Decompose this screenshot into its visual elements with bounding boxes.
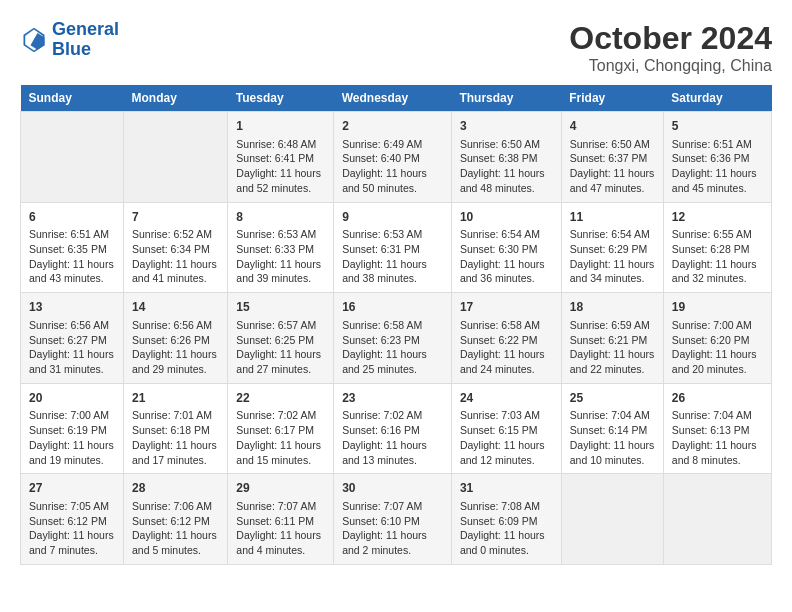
sunset-text: Sunset: 6:22 PM xyxy=(460,333,553,348)
day-cell: 4Sunrise: 6:50 AMSunset: 6:37 PMDaylight… xyxy=(561,112,663,203)
day-cell xyxy=(21,112,124,203)
header-thursday: Thursday xyxy=(451,85,561,112)
daylight-text: Daylight: 11 hours and 27 minutes. xyxy=(236,347,325,376)
day-number: 6 xyxy=(29,209,115,226)
logo-icon xyxy=(20,26,48,54)
sunrise-text: Sunrise: 7:06 AM xyxy=(132,499,219,514)
sunrise-text: Sunrise: 6:57 AM xyxy=(236,318,325,333)
daylight-text: Daylight: 11 hours and 34 minutes. xyxy=(570,257,655,286)
daylight-text: Daylight: 11 hours and 32 minutes. xyxy=(672,257,763,286)
day-number: 16 xyxy=(342,299,443,316)
day-cell: 15Sunrise: 6:57 AMSunset: 6:25 PMDayligh… xyxy=(228,293,334,384)
day-number: 18 xyxy=(570,299,655,316)
day-number: 9 xyxy=(342,209,443,226)
day-cell: 16Sunrise: 6:58 AMSunset: 6:23 PMDayligh… xyxy=(334,293,452,384)
header-monday: Monday xyxy=(124,85,228,112)
day-number: 26 xyxy=(672,390,763,407)
sunset-text: Sunset: 6:09 PM xyxy=(460,514,553,529)
day-number: 22 xyxy=(236,390,325,407)
day-cell xyxy=(561,474,663,565)
day-number: 19 xyxy=(672,299,763,316)
daylight-text: Daylight: 11 hours and 52 minutes. xyxy=(236,166,325,195)
day-number: 4 xyxy=(570,118,655,135)
sunrise-text: Sunrise: 7:02 AM xyxy=(342,408,443,423)
day-cell: 18Sunrise: 6:59 AMSunset: 6:21 PMDayligh… xyxy=(561,293,663,384)
day-number: 13 xyxy=(29,299,115,316)
sunrise-text: Sunrise: 7:08 AM xyxy=(460,499,553,514)
daylight-text: Daylight: 11 hours and 2 minutes. xyxy=(342,528,443,557)
day-cell: 9Sunrise: 6:53 AMSunset: 6:31 PMDaylight… xyxy=(334,202,452,293)
sunset-text: Sunset: 6:25 PM xyxy=(236,333,325,348)
daylight-text: Daylight: 11 hours and 15 minutes. xyxy=(236,438,325,467)
day-number: 11 xyxy=(570,209,655,226)
day-number: 5 xyxy=(672,118,763,135)
sunset-text: Sunset: 6:26 PM xyxy=(132,333,219,348)
sunset-text: Sunset: 6:17 PM xyxy=(236,423,325,438)
daylight-text: Daylight: 11 hours and 41 minutes. xyxy=(132,257,219,286)
sunset-text: Sunset: 6:14 PM xyxy=(570,423,655,438)
day-number: 3 xyxy=(460,118,553,135)
sunrise-text: Sunrise: 6:54 AM xyxy=(570,227,655,242)
week-row-5: 27Sunrise: 7:05 AMSunset: 6:12 PMDayligh… xyxy=(21,474,772,565)
day-cell: 5Sunrise: 6:51 AMSunset: 6:36 PMDaylight… xyxy=(663,112,771,203)
daylight-text: Daylight: 11 hours and 43 minutes. xyxy=(29,257,115,286)
daylight-text: Daylight: 11 hours and 50 minutes. xyxy=(342,166,443,195)
daylight-text: Daylight: 11 hours and 19 minutes. xyxy=(29,438,115,467)
sunrise-text: Sunrise: 7:04 AM xyxy=(570,408,655,423)
daylight-text: Daylight: 11 hours and 47 minutes. xyxy=(570,166,655,195)
day-number: 27 xyxy=(29,480,115,497)
sunrise-text: Sunrise: 7:00 AM xyxy=(672,318,763,333)
day-number: 31 xyxy=(460,480,553,497)
sunrise-text: Sunrise: 6:56 AM xyxy=(132,318,219,333)
day-cell: 11Sunrise: 6:54 AMSunset: 6:29 PMDayligh… xyxy=(561,202,663,293)
daylight-text: Daylight: 11 hours and 22 minutes. xyxy=(570,347,655,376)
sunrise-text: Sunrise: 7:05 AM xyxy=(29,499,115,514)
sunset-text: Sunset: 6:34 PM xyxy=(132,242,219,257)
subtitle: Tongxi, Chongqing, China xyxy=(569,57,772,75)
day-number: 24 xyxy=(460,390,553,407)
day-cell: 27Sunrise: 7:05 AMSunset: 6:12 PMDayligh… xyxy=(21,474,124,565)
title-block: October 2024 Tongxi, Chongqing, China xyxy=(569,20,772,75)
header-sunday: Sunday xyxy=(21,85,124,112)
daylight-text: Daylight: 11 hours and 31 minutes. xyxy=(29,347,115,376)
daylight-text: Daylight: 11 hours and 24 minutes. xyxy=(460,347,553,376)
header-friday: Friday xyxy=(561,85,663,112)
logo-line1: General xyxy=(52,19,119,39)
daylight-text: Daylight: 11 hours and 12 minutes. xyxy=(460,438,553,467)
day-cell: 10Sunrise: 6:54 AMSunset: 6:30 PMDayligh… xyxy=(451,202,561,293)
daylight-text: Daylight: 11 hours and 29 minutes. xyxy=(132,347,219,376)
day-cell: 1Sunrise: 6:48 AMSunset: 6:41 PMDaylight… xyxy=(228,112,334,203)
day-cell: 8Sunrise: 6:53 AMSunset: 6:33 PMDaylight… xyxy=(228,202,334,293)
sunset-text: Sunset: 6:16 PM xyxy=(342,423,443,438)
header-tuesday: Tuesday xyxy=(228,85,334,112)
day-cell: 12Sunrise: 6:55 AMSunset: 6:28 PMDayligh… xyxy=(663,202,771,293)
sunrise-text: Sunrise: 6:59 AM xyxy=(570,318,655,333)
day-cell: 21Sunrise: 7:01 AMSunset: 6:18 PMDayligh… xyxy=(124,383,228,474)
week-row-3: 13Sunrise: 6:56 AMSunset: 6:27 PMDayligh… xyxy=(21,293,772,384)
daylight-text: Daylight: 11 hours and 20 minutes. xyxy=(672,347,763,376)
day-number: 29 xyxy=(236,480,325,497)
main-title: October 2024 xyxy=(569,20,772,57)
daylight-text: Daylight: 11 hours and 0 minutes. xyxy=(460,528,553,557)
day-cell: 29Sunrise: 7:07 AMSunset: 6:11 PMDayligh… xyxy=(228,474,334,565)
sunset-text: Sunset: 6:21 PM xyxy=(570,333,655,348)
logo-line2: Blue xyxy=(52,39,91,59)
sunset-text: Sunset: 6:31 PM xyxy=(342,242,443,257)
sunset-text: Sunset: 6:10 PM xyxy=(342,514,443,529)
daylight-text: Daylight: 11 hours and 7 minutes. xyxy=(29,528,115,557)
day-cell: 20Sunrise: 7:00 AMSunset: 6:19 PMDayligh… xyxy=(21,383,124,474)
day-cell xyxy=(124,112,228,203)
day-cell: 22Sunrise: 7:02 AMSunset: 6:17 PMDayligh… xyxy=(228,383,334,474)
sunset-text: Sunset: 6:33 PM xyxy=(236,242,325,257)
sunrise-text: Sunrise: 6:50 AM xyxy=(570,137,655,152)
day-cell: 28Sunrise: 7:06 AMSunset: 6:12 PMDayligh… xyxy=(124,474,228,565)
sunrise-text: Sunrise: 6:58 AM xyxy=(460,318,553,333)
day-cell: 31Sunrise: 7:08 AMSunset: 6:09 PMDayligh… xyxy=(451,474,561,565)
day-number: 23 xyxy=(342,390,443,407)
day-number: 10 xyxy=(460,209,553,226)
sunrise-text: Sunrise: 6:53 AM xyxy=(342,227,443,242)
logo: General Blue xyxy=(20,20,119,60)
week-row-1: 1Sunrise: 6:48 AMSunset: 6:41 PMDaylight… xyxy=(21,112,772,203)
daylight-text: Daylight: 11 hours and 38 minutes. xyxy=(342,257,443,286)
calendar-table: SundayMondayTuesdayWednesdayThursdayFrid… xyxy=(20,85,772,565)
